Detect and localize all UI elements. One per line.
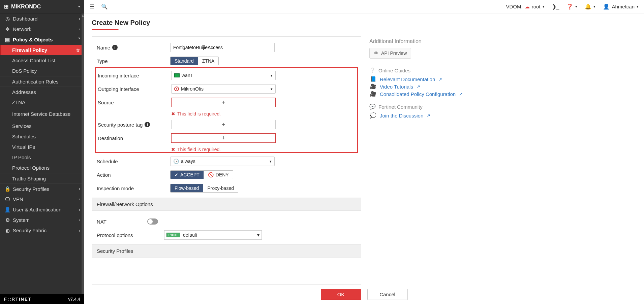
type-standard-button[interactable]: Standard bbox=[171, 57, 198, 65]
sidebar-item-label: VPN bbox=[13, 196, 23, 202]
destination-add-button[interactable]: + bbox=[171, 133, 276, 143]
prot-badge: PROT bbox=[166, 233, 180, 237]
cancel-button[interactable]: Cancel bbox=[367, 289, 408, 300]
sidebar-item-ip-pools[interactable]: IP Pools bbox=[0, 152, 84, 163]
btn-label: OK bbox=[337, 292, 345, 297]
sidebar-item-label: Virtual IPs bbox=[12, 144, 35, 150]
inspection-proxy-button[interactable]: Proxy-based bbox=[203, 184, 238, 192]
user-menu[interactable]: 👤 Ahmetcan ▾ bbox=[603, 3, 639, 10]
name-input[interactable] bbox=[170, 43, 275, 52]
inspection-toggle: Flow-based Proxy-based bbox=[170, 184, 238, 193]
action-accept-button[interactable]: ✔ ACCEPT bbox=[171, 171, 204, 179]
row-type: Type Standard ZTNA bbox=[97, 55, 356, 67]
sidebar-item-label: Authentication Rules bbox=[12, 79, 59, 85]
sidebar-item-services[interactable]: Services bbox=[0, 121, 84, 131]
sidebar-item-system[interactable]: ⚙ System › bbox=[0, 215, 84, 225]
sidebar-item-addresses[interactable]: Addresses bbox=[0, 87, 84, 97]
nat-toggle[interactable] bbox=[147, 218, 158, 225]
source-add-button[interactable]: + bbox=[171, 98, 276, 107]
sidebar-item-dos-policy[interactable]: DoS Policy bbox=[0, 66, 84, 76]
sidebar-item-auth-rules[interactable]: Authentication Rules bbox=[0, 76, 84, 87]
posture-label: Security posture tag bbox=[98, 122, 143, 128]
sidebar-item-network[interactable]: ✥ Network › bbox=[0, 24, 84, 34]
sidebar-item-protocol-options[interactable]: Protocol Options bbox=[0, 163, 84, 173]
form-action-bar: OK Cancel bbox=[84, 285, 644, 304]
schedule-select[interactable]: 🕓 always ▾ bbox=[170, 157, 275, 166]
brand-caret-icon[interactable]: ▾ bbox=[78, 4, 80, 9]
help-menu[interactable]: ❓▾ bbox=[566, 3, 577, 10]
type-ztna-button[interactable]: ZTNA bbox=[198, 57, 219, 65]
community-icon: 💬 bbox=[369, 104, 376, 110]
link-join-discussion[interactable]: 💭 Join the Discussion ↗ bbox=[370, 112, 637, 119]
speech-icon: 💭 bbox=[370, 112, 376, 119]
sidebar-item-ztna[interactable]: ZTNA bbox=[0, 97, 84, 107]
external-link-icon: ↗ bbox=[417, 84, 420, 89]
sidebar-item-vpn[interactable]: 🖵 VPN › bbox=[0, 194, 84, 204]
row-action: Action ✔ ACCEPT 🚫 DENY bbox=[97, 169, 356, 181]
vdom-value: root bbox=[532, 4, 541, 9]
vdom-selector[interactable]: VDOM: ☁ root ▾ bbox=[506, 4, 545, 10]
sidebar-item-dashboard[interactable]: ◷ Dashboard › bbox=[0, 13, 84, 24]
btn-label: Cancel bbox=[379, 292, 395, 297]
external-link-icon: ↗ bbox=[459, 92, 463, 97]
cli-console-button[interactable]: ❯_ bbox=[552, 3, 559, 10]
row-outgoing-interface: Outgoing interface MikronOfis ▾ bbox=[98, 83, 355, 95]
video-icon: 🎥 bbox=[370, 91, 376, 97]
api-preview-button[interactable]: 👁 API Preview bbox=[369, 48, 411, 59]
sidebar-item-acl[interactable]: Access Control List bbox=[0, 55, 84, 66]
row-source: Source + bbox=[98, 96, 355, 108]
schedule-label: Schedule bbox=[97, 159, 118, 164]
sidebar-item-isdb[interactable]: Internet Service Database bbox=[0, 107, 84, 121]
favorite-star-icon[interactable]: ☆ bbox=[76, 47, 80, 53]
ok-button[interactable]: OK bbox=[321, 289, 361, 300]
incoming-interface-select[interactable]: wan1 ▾ bbox=[171, 71, 276, 80]
source-error: ✖ This field is required. bbox=[98, 110, 355, 119]
username-label: Ahmetcan bbox=[612, 4, 635, 9]
chevron-down-icon: ▾ bbox=[270, 159, 272, 164]
sidebar-scrollbar[interactable]: ▲ bbox=[82, 13, 84, 294]
row-posture-tag: Security posture tag i + bbox=[98, 119, 355, 131]
inspection-flow-button[interactable]: Flow-based bbox=[171, 184, 203, 192]
sidebar-item-security-fabric[interactable]: ◐ Security Fabric › bbox=[0, 225, 84, 236]
info-icon[interactable]: i bbox=[145, 122, 150, 127]
vdom-label: VDOM: bbox=[506, 4, 523, 9]
sidebar-item-label: Network bbox=[13, 26, 31, 32]
action-deny-button[interactable]: 🚫 DENY bbox=[204, 171, 233, 179]
version-label: v7.4.4 bbox=[68, 297, 80, 302]
sidebar-item-schedules[interactable]: Schedules bbox=[0, 131, 84, 142]
sidebar-item-label: Traffic Shaping bbox=[12, 176, 46, 181]
sidebar-item-policy-objects[interactable]: ▤ Policy & Objects ˅ bbox=[0, 34, 84, 45]
posture-add-button[interactable]: + bbox=[171, 120, 276, 129]
row-name: Name i bbox=[97, 41, 356, 54]
help-icon: ❔ bbox=[369, 67, 376, 73]
outgoing-interface-select[interactable]: MikronOfis ▾ bbox=[171, 84, 276, 94]
main: ☰ 🔍 VDOM: ☁ root ▾ ❯_ ❓▾ 🔔▾ 👤 Ahmetcan ▾… bbox=[84, 0, 644, 304]
link-documentation[interactable]: 📘 Relevant Documentation ↗ bbox=[370, 76, 637, 82]
vendor-logo: F::RTINET bbox=[4, 297, 32, 302]
name-label: Name bbox=[97, 45, 110, 50]
sidebar-item-vips[interactable]: Virtual IPs bbox=[0, 142, 84, 152]
scroll-up-icon: ▲ bbox=[82, 13, 84, 18]
info-icon[interactable]: i bbox=[112, 45, 118, 50]
link-consolidated-config[interactable]: 🎥 Consolidated Policy Configuration ↗ bbox=[370, 91, 637, 97]
external-link-icon: ↗ bbox=[427, 113, 430, 118]
sidebar-item-user-auth[interactable]: 👤 User & Authentication › bbox=[0, 204, 84, 215]
sidebar-item-label: Firewall Policy bbox=[12, 47, 47, 53]
link-video-tutorials[interactable]: 🎥 Video Tutorials ↗ bbox=[370, 83, 637, 90]
chevron-down-icon: ˅ bbox=[78, 37, 80, 42]
incoming-value: wan1 bbox=[182, 73, 193, 78]
chevron-down-icon: ▾ bbox=[271, 87, 273, 91]
sidebar-item-firewall-policy[interactable]: Firewall Policy ☆ bbox=[0, 45, 84, 55]
search-icon[interactable]: 🔍 bbox=[101, 3, 108, 10]
brand[interactable]: ⊞ MIKRONDC bbox=[4, 3, 41, 10]
topbar: ☰ 🔍 VDOM: ☁ root ▾ ❯_ ❓▾ 🔔▾ 👤 Ahmetcan ▾ bbox=[84, 0, 644, 13]
protocol-options-select[interactable]: PROT default ▾ bbox=[164, 230, 262, 240]
user-icon: 👤 bbox=[4, 207, 11, 213]
notifications-menu[interactable]: 🔔▾ bbox=[585, 3, 595, 10]
sidebar-item-traffic-shaping[interactable]: Traffic Shaping bbox=[0, 173, 84, 183]
bell-icon: 🔔 bbox=[585, 3, 591, 10]
caret-down-icon: ▾ bbox=[637, 4, 639, 9]
chevron-right-icon: › bbox=[79, 207, 80, 212]
sidebar-item-security-profiles[interactable]: 🔒 Security Profiles › bbox=[0, 183, 84, 194]
hamburger-icon[interactable]: ☰ bbox=[90, 3, 94, 10]
